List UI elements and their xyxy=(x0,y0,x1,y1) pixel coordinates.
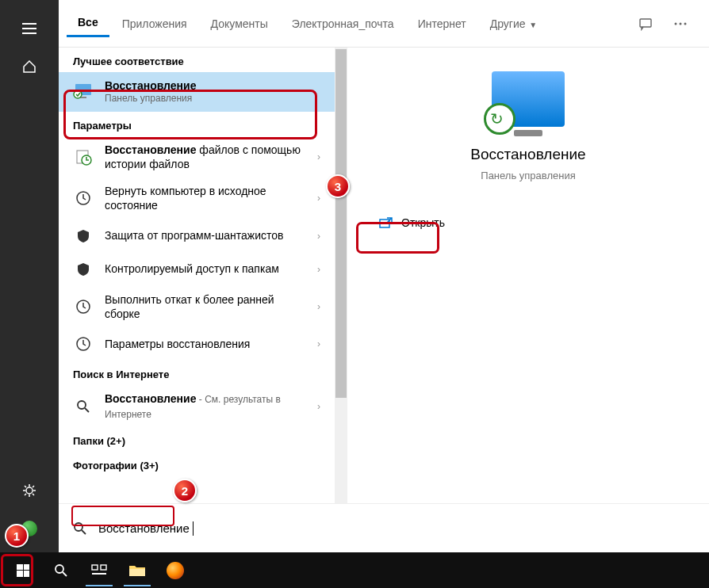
open-button[interactable]: Открыть xyxy=(366,210,458,235)
shield-icon xyxy=(73,226,94,246)
result-rollback[interactable]: Выполнить откат к более ранней сборке › xyxy=(59,286,335,327)
result-subtitle: Панель управления xyxy=(105,93,320,105)
chevron-right-icon: › xyxy=(317,231,320,242)
gear-icon[interactable] xyxy=(10,473,48,508)
result-ransomware[interactable]: Защита от программ-шантажистов › xyxy=(59,220,335,253)
history-icon xyxy=(73,188,94,208)
preview-pane: ↻ Восстановление Панель управления Откры… xyxy=(347,48,709,503)
search-panel: Все Приложения Документы Электронная_поч… xyxy=(59,0,709,552)
history-icon xyxy=(73,296,94,317)
results-list: Лучшее соответствие Восстановление Панел… xyxy=(59,48,335,503)
text-cursor xyxy=(193,521,194,536)
file-history-icon xyxy=(73,147,94,167)
start-left-rail xyxy=(0,0,59,552)
task-view-icon[interactable] xyxy=(81,555,117,586)
svg-point-7 xyxy=(74,90,82,98)
tab-more[interactable]: Другие ▼ xyxy=(479,11,549,36)
svg-rect-1 xyxy=(640,19,651,27)
chevron-right-icon: › xyxy=(317,264,320,275)
result-folder-access[interactable]: Контролируемый доступ к папкам › xyxy=(59,253,335,286)
feedback-icon[interactable] xyxy=(633,11,658,36)
svg-point-16 xyxy=(56,565,63,573)
search-tabs: Все Приложения Документы Электронная_поч… xyxy=(59,0,709,48)
result-recovery-options[interactable]: Параметры восстановления › xyxy=(59,327,335,361)
search-input-row[interactable]: Восстановление xyxy=(59,503,709,552)
category-web: Поиск в Интернете xyxy=(59,361,335,385)
chevron-right-icon: › xyxy=(317,401,320,412)
start-button[interactable] xyxy=(5,555,41,586)
svg-rect-20 xyxy=(129,569,145,576)
category-photos: Фотографии (3+) xyxy=(59,452,335,476)
svg-point-4 xyxy=(684,22,687,25)
category-folders: Папки (2+) xyxy=(59,427,335,452)
recovery-large-icon: ↻ xyxy=(492,71,565,127)
category-best-match: Лучшее соответствие xyxy=(59,48,335,72)
tray-app-icon[interactable] xyxy=(10,511,48,546)
result-reset-pc[interactable]: Вернуть компьютер в исходное состояние › xyxy=(59,178,335,219)
tab-email[interactable]: Электронная_почта xyxy=(281,11,405,36)
result-best-match[interactable]: Восстановление Панель управления xyxy=(59,72,335,112)
tab-documents[interactable]: Документы xyxy=(200,11,279,36)
svg-rect-18 xyxy=(101,565,106,570)
tab-apps[interactable]: Приложения xyxy=(111,11,198,36)
windows-logo-icon xyxy=(17,564,29,577)
svg-point-0 xyxy=(26,487,33,494)
svg-point-15 xyxy=(75,523,82,531)
tab-internet[interactable]: Интернет xyxy=(407,11,477,36)
history-icon xyxy=(73,334,94,354)
search-icon xyxy=(73,396,94,417)
hamburger-icon[interactable] xyxy=(10,11,48,46)
result-file-history[interactable]: Восстановление файлов с помощью истории … xyxy=(59,136,335,178)
tab-all[interactable]: Все xyxy=(67,10,109,37)
chevron-down-icon: ▼ xyxy=(527,21,538,29)
home-icon[interactable] xyxy=(10,49,48,84)
preview-title: Восстановление xyxy=(470,146,585,163)
scrollbar-thumb[interactable] xyxy=(335,49,347,398)
category-settings: Параметры xyxy=(59,112,335,136)
svg-rect-17 xyxy=(92,565,98,570)
firefox-icon[interactable] xyxy=(157,555,194,586)
svg-rect-14 xyxy=(380,220,389,227)
taskbar xyxy=(0,552,709,588)
search-icon xyxy=(73,521,87,536)
svg-rect-19 xyxy=(92,573,106,575)
chevron-right-icon: › xyxy=(317,338,320,349)
file-explorer-icon[interactable] xyxy=(119,555,155,586)
result-title: Восстановление xyxy=(105,79,196,92)
chevron-right-icon: › xyxy=(317,301,320,312)
scrollbar[interactable] xyxy=(335,48,347,503)
shield-icon xyxy=(73,259,94,280)
svg-point-3 xyxy=(680,22,682,25)
svg-point-2 xyxy=(675,22,677,25)
more-icon[interactable] xyxy=(668,11,693,36)
search-input-value: Восстановление xyxy=(98,521,190,535)
open-label: Открыть xyxy=(401,216,445,229)
chevron-right-icon: › xyxy=(317,151,320,162)
chevron-right-icon: › xyxy=(317,193,320,204)
taskbar-search-icon[interactable] xyxy=(43,555,79,586)
svg-point-13 xyxy=(78,401,86,409)
recovery-icon xyxy=(73,82,94,102)
open-icon xyxy=(379,216,393,229)
preview-subtitle: Панель управления xyxy=(481,170,575,181)
result-web-search[interactable]: Восстановление - См. результаты в Интерн… xyxy=(59,385,335,427)
